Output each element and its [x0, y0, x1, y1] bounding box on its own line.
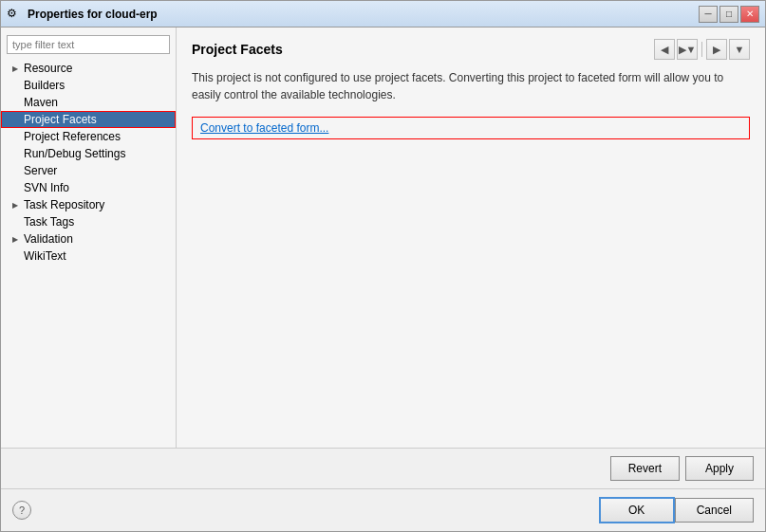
sidebar-tree: ▶ResourceBuildersMavenProject FacetsProj…	[1, 60, 176, 265]
sidebar-item-label-run-debug-settings: Run/Debug Settings	[24, 147, 125, 160]
toolbar-separator	[701, 42, 702, 57]
panel-header: Project Facets ◀ ▶▼ ▶ ▼	[192, 39, 750, 60]
forward-dropdown-button[interactable]: ▶▼	[677, 39, 698, 60]
bottom-bar: Revert Apply	[1, 448, 765, 488]
sidebar-item-project-references[interactable]: Project References	[1, 128, 176, 145]
sidebar-item-label-maven: Maven	[24, 96, 58, 109]
sidebar-item-task-tags[interactable]: Task Tags	[1, 213, 176, 230]
cancel-button[interactable]: Cancel	[675, 498, 754, 523]
sidebar-item-label-builders: Builders	[24, 79, 65, 92]
help-button[interactable]: ?	[12, 501, 31, 520]
sidebar-item-validation[interactable]: ▶Validation	[1, 230, 176, 248]
sidebar: ▶ResourceBuildersMavenProject FacetsProj…	[1, 28, 177, 448]
convert-link[interactable]: Convert to faceted form...	[192, 117, 750, 139]
apply-button[interactable]: Apply	[685, 456, 754, 481]
sidebar-item-label-svn-info: SVN Info	[24, 181, 69, 194]
sidebar-item-label-project-references: Project References	[24, 130, 121, 143]
sidebar-item-run-debug-settings[interactable]: Run/Debug Settings	[1, 145, 176, 162]
sidebar-item-task-repository[interactable]: ▶Task Repository	[1, 196, 176, 213]
sidebar-item-maven[interactable]: Maven	[1, 94, 176, 111]
back-button[interactable]: ◀	[654, 39, 675, 60]
sidebar-item-wikitext[interactable]: WikiText	[1, 248, 176, 265]
close-button[interactable]: ✕	[740, 6, 759, 23]
sidebar-item-label-task-tags: Task Tags	[24, 215, 74, 229]
title-bar-controls: ─ □ ✕	[699, 6, 759, 23]
content-area: ▶ResourceBuildersMavenProject FacetsProj…	[1, 28, 765, 448]
sidebar-item-label-server: Server	[24, 164, 57, 177]
sidebar-item-label-validation: Validation	[24, 232, 73, 246]
sidebar-item-label-resource: Resource	[24, 62, 72, 75]
main-panel: Project Facets ◀ ▶▼ ▶ ▼ This project is …	[177, 28, 765, 448]
window-icon: ⚙	[7, 7, 22, 22]
sidebar-item-builders[interactable]: Builders	[1, 77, 176, 94]
filter-input[interactable]	[7, 35, 170, 54]
revert-button[interactable]: Revert	[610, 456, 680, 481]
tree-arrow-validation: ▶	[9, 232, 22, 246]
minimize-button[interactable]: ─	[699, 6, 718, 23]
main-window: ⚙ Properties for cloud-erp ─ □ ✕ ▶Resour…	[0, 0, 766, 532]
panel-description: This project is not configured to use pr…	[192, 69, 750, 103]
sidebar-item-svn-info[interactable]: SVN Info	[1, 179, 176, 196]
sidebar-item-server[interactable]: Server	[1, 162, 176, 179]
maximize-button[interactable]: □	[719, 6, 738, 23]
panel-toolbar: ◀ ▶▼ ▶ ▼	[654, 39, 750, 60]
title-bar: ⚙ Properties for cloud-erp ─ □ ✕	[1, 1, 765, 28]
forward-button[interactable]: ▶	[706, 39, 727, 60]
sidebar-item-label-wikitext: WikiText	[24, 249, 66, 263]
sidebar-item-resource[interactable]: ▶Resource	[1, 60, 176, 77]
sidebar-item-label-project-facets: Project Facets	[24, 113, 97, 126]
sidebar-item-label-task-repository: Task Repository	[24, 198, 104, 211]
menu-dropdown-button[interactable]: ▼	[729, 39, 750, 60]
tree-arrow-resource: ▶	[9, 62, 22, 75]
footer-bar: ? OK Cancel	[1, 488, 765, 531]
ok-button[interactable]: OK	[599, 497, 675, 523]
tree-arrow-task-repository: ▶	[9, 198, 22, 211]
window-title: Properties for cloud-erp	[28, 8, 699, 21]
sidebar-item-project-facets[interactable]: Project Facets	[1, 111, 176, 128]
panel-title: Project Facets	[192, 42, 283, 57]
